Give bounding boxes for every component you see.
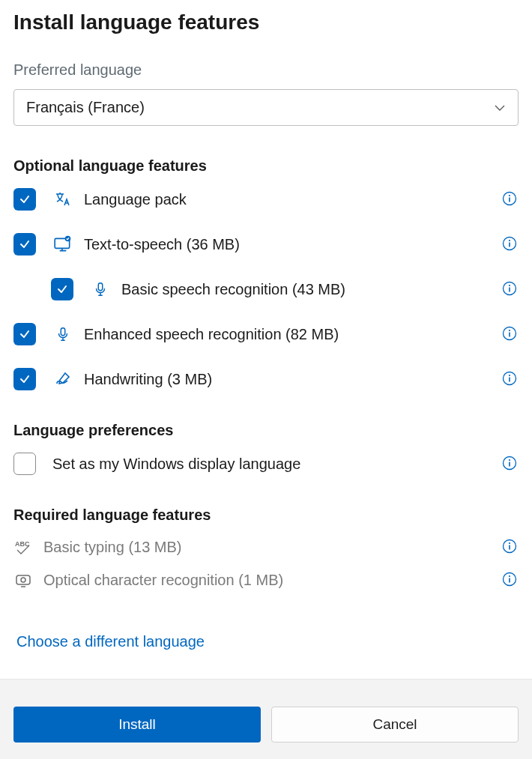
svg-point-6: [509, 240, 510, 241]
row-display-language: Set as my Windows display language: [13, 453, 519, 475]
install-button[interactable]: Install: [13, 707, 261, 743]
svg-rect-7: [509, 243, 510, 247]
checkbox-text-to-speech[interactable]: [13, 233, 36, 255]
svg-point-20: [509, 459, 510, 461]
svg-rect-11: [509, 288, 510, 292]
label-basic-typing: Basic typing (13 MB): [43, 539, 496, 556]
preferred-language-value: Français (France): [26, 99, 145, 116]
typing-icon: ABC: [13, 537, 33, 557]
row-ocr: Optical character recognition (1 MB): [13, 570, 519, 590]
choose-different-language-link[interactable]: Choose a different language: [13, 633, 205, 650]
svg-rect-2: [509, 198, 510, 202]
svg-rect-26: [16, 575, 30, 584]
info-icon[interactable]: [502, 572, 519, 588]
info-icon[interactable]: [502, 191, 519, 208]
optional-features-heading: Optional language features: [13, 157, 519, 175]
svg-rect-25: [509, 545, 510, 550]
microphone-icon: [52, 324, 73, 345]
info-icon[interactable]: [502, 539, 519, 555]
label-enhanced-speech: Enhanced speech recognition (82 MB): [84, 326, 496, 343]
preferred-language-label: Preferred language: [13, 61, 519, 79]
svg-rect-15: [509, 333, 510, 337]
svg-point-27: [21, 578, 25, 582]
page-title: Install language features: [13, 10, 519, 34]
preferred-language-dropdown[interactable]: Français (France): [13, 89, 519, 126]
row-basic-speech: Basic speech recognition (43 MB): [51, 278, 519, 300]
chevron-down-icon: [494, 102, 506, 114]
svg-rect-18: [509, 378, 510, 382]
info-icon[interactable]: [502, 456, 519, 472]
svg-point-24: [509, 542, 510, 544]
row-text-to-speech: Text-to-speech (36 MB): [13, 233, 519, 255]
svg-point-10: [509, 285, 510, 286]
checkbox-enhanced-speech[interactable]: [13, 323, 36, 345]
svg-point-1: [509, 195, 510, 196]
svg-point-14: [509, 330, 510, 331]
svg-rect-8: [98, 283, 103, 291]
label-ocr: Optical character recognition (1 MB): [43, 572, 496, 589]
language-pack-icon: [52, 189, 73, 210]
svg-rect-21: [509, 462, 510, 467]
checkbox-display-language[interactable]: [13, 453, 36, 475]
microphone-icon: [90, 279, 111, 300]
required-features-heading: Required language features: [13, 506, 519, 524]
svg-point-29: [509, 575, 510, 577]
handwriting-icon: [52, 369, 73, 390]
row-basic-typing: ABC Basic typing (13 MB): [13, 537, 519, 557]
dialog-footer: Install Cancel: [0, 679, 532, 759]
label-display-language: Set as my Windows display language: [52, 456, 496, 473]
ocr-icon: [13, 570, 33, 590]
language-preferences-heading: Language preferences: [13, 422, 519, 439]
svg-rect-12: [61, 328, 65, 336]
info-icon[interactable]: [502, 326, 519, 342]
row-language-pack: Language pack: [13, 188, 519, 211]
label-basic-speech: Basic speech recognition (43 MB): [121, 281, 496, 298]
info-icon[interactable]: [502, 236, 519, 253]
checkbox-handwriting[interactable]: [13, 368, 36, 390]
info-icon[interactable]: [502, 281, 519, 297]
svg-rect-30: [509, 578, 510, 583]
label-language-pack: Language pack: [84, 191, 496, 208]
row-enhanced-speech: Enhanced speech recognition (82 MB): [13, 323, 519, 345]
label-text-to-speech: Text-to-speech (36 MB): [84, 236, 496, 253]
cancel-button[interactable]: Cancel: [271, 707, 519, 743]
row-handwriting: Handwriting (3 MB): [13, 368, 519, 390]
checkbox-language-pack[interactable]: [13, 188, 36, 211]
checkbox-basic-speech[interactable]: [51, 278, 73, 300]
monitor-speech-icon: [52, 234, 73, 255]
info-icon[interactable]: [502, 371, 519, 387]
svg-point-17: [509, 375, 510, 376]
label-handwriting: Handwriting (3 MB): [84, 371, 496, 388]
